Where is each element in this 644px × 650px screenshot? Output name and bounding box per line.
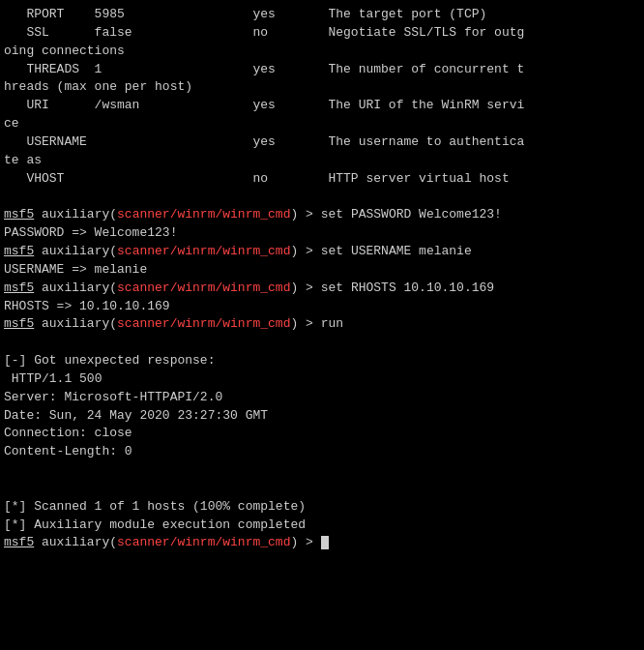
module-completed: [*] Auxiliary module execution completed [4,517,640,535]
line-uri: URI /wsman yes The URI of the WinRM serv… [4,97,640,115]
line-threads: THREADS 1 yes The number of concurrent t [4,61,640,79]
output-rhosts: RHOSTS => 10.10.10.169 [4,298,640,316]
cmd-set-rhosts: msf5 auxiliary(scanner/winrm/winrm_cmd) … [4,280,640,298]
line-username: USERNAME yes The username to authentica [4,133,640,152]
msf-label-4: msf5 [4,316,34,331]
line-ssl-cont: oing connections [4,43,640,61]
blank-3 [4,461,640,480]
msf-label-3: msf5 [4,281,34,295]
error-unexpected: [-] Got unexpected response: [4,352,640,370]
prompt-final[interactable]: msf5 auxiliary(scanner/winrm/winrm_cmd) … [4,534,640,552]
cmd-set-password: msf5 auxiliary(scanner/winrm/winrm_cmd) … [4,206,640,224]
server-header: Server: Microsoft-HTTPAPI/2.0 [4,389,640,407]
cmd-set-username: msf5 auxiliary(scanner/winrm/winrm_cmd) … [4,243,640,261]
module-name-2: scanner/winrm/winrm_cmd [117,244,290,258]
blank-4 [4,480,640,498]
module-name-4: scanner/winrm/winrm_cmd [117,316,290,331]
line-threads-cont: hreads (max one per host) [4,78,640,97]
terminal-output: RPORT 5985 yes The target port (TCP) SSL… [4,6,640,552]
http-status: HTTP/1.1 500 [4,370,640,389]
line-rport: RPORT 5985 yes The target port (TCP) [4,6,640,24]
module-name-5: scanner/winrm/winrm_cmd [117,535,290,549]
connection-header: Connection: close [4,425,640,443]
output-username: USERNAME => melanie [4,261,640,280]
module-name-1: scanner/winrm/winrm_cmd [117,207,290,222]
date-header: Date: Sun, 24 May 2020 23:27:30 GMT [4,407,640,426]
msf-label-2: msf5 [4,244,34,258]
output-password: PASSWORD => Welcome123! [4,224,640,243]
line-uri-cont: ce [4,115,640,133]
content-length-header: Content-Length: 0 [4,443,640,461]
msf-label-5: msf5 [4,535,34,549]
terminal-window: RPORT 5985 yes The target port (TCP) SSL… [4,6,640,644]
scanned-hosts: [*] Scanned 1 of 1 hosts (100% complete) [4,498,640,517]
line-username-cont: te as [4,152,640,170]
terminal-cursor [321,536,329,549]
cmd-run: msf5 auxiliary(scanner/winrm/winrm_cmd) … [4,315,640,334]
msf-label-1: msf5 [4,207,34,222]
line-ssl: SSL false no Negotiate SSL/TLS for outg [4,24,640,43]
line-vhost: VHOST no HTTP server virtual host [4,170,640,189]
module-name-3: scanner/winrm/winrm_cmd [117,281,290,295]
blank-1 [4,188,640,206]
blank-2 [4,334,640,352]
